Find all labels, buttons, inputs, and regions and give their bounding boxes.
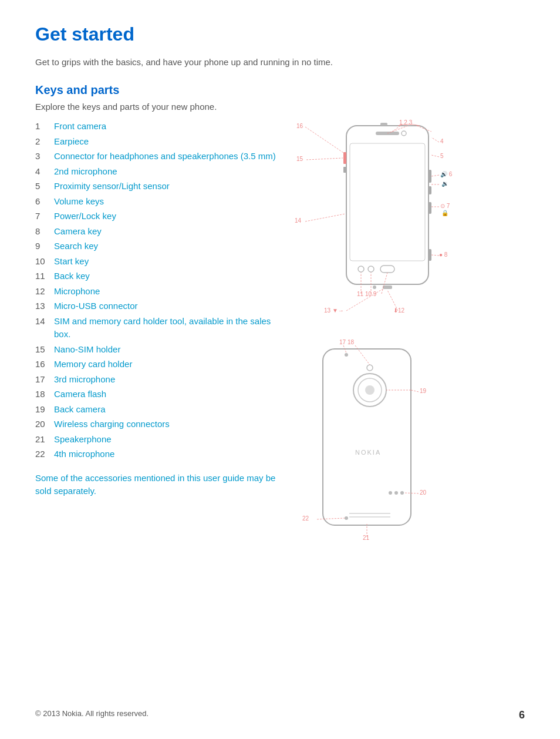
- diagrams-container: 16 1 2 3 4 5: [282, 120, 525, 572]
- svg-text:🔒: 🔒: [441, 209, 449, 217]
- part-number: 12: [35, 285, 54, 298]
- svg-text:11 10  9: 11 10 9: [357, 291, 377, 297]
- part-number: 14: [35, 315, 54, 341]
- part-number: 8: [35, 225, 54, 239]
- svg-rect-12: [429, 249, 431, 261]
- part-number: 1: [35, 120, 54, 133]
- part-label: Connector for headphones and speakerphon…: [54, 150, 276, 163]
- part-number: 11: [35, 270, 54, 283]
- part-label: SIM and memory card holder tool, availab…: [54, 315, 282, 341]
- svg-rect-13: [383, 285, 392, 289]
- svg-text:20: 20: [420, 489, 427, 496]
- svg-rect-1: [350, 143, 425, 261]
- list-item: 10Start key: [35, 255, 282, 268]
- list-item: 18Camera flash: [35, 388, 282, 401]
- footer: © 2013 Nokia. All rights reserved. 6: [35, 709, 525, 721]
- svg-point-50: [365, 385, 375, 395]
- list-item: 14SIM and memory card holder tool, avail…: [35, 315, 282, 341]
- accessories-note: Some of the accessories mentioned in thi…: [35, 472, 282, 498]
- part-number: 3: [35, 150, 54, 163]
- svg-text:4: 4: [440, 138, 444, 145]
- part-label: 3rd microphone: [54, 373, 115, 387]
- part-number: 17: [35, 373, 54, 387]
- svg-rect-10: [429, 186, 431, 194]
- svg-line-21: [417, 126, 431, 132]
- svg-line-23: [431, 137, 439, 142]
- phone-front-diagram: 16 1 2 3 4 5: [294, 120, 475, 320]
- list-item: 21Speakerphone: [35, 433, 282, 446]
- svg-line-40: [382, 273, 387, 294]
- list-item: 3Connector for headphones and speakerpho…: [35, 150, 282, 163]
- list-item: 20Wireless charging connectors: [35, 418, 282, 431]
- list-item: 15Nano-SIM holder: [35, 343, 282, 357]
- part-number: 4: [35, 165, 54, 179]
- list-item: 42nd microphone: [35, 165, 282, 179]
- svg-rect-4: [380, 266, 394, 273]
- svg-line-42: [431, 255, 439, 256]
- svg-text:21: 21: [363, 535, 370, 541]
- list-item: 1Front camera: [35, 120, 282, 133]
- part-label: Proximity sensor/Light sensor: [54, 180, 170, 193]
- svg-line-69: [317, 518, 345, 519]
- part-number: 15: [35, 343, 54, 357]
- svg-rect-47: [323, 349, 411, 525]
- phone-back-diagram: NOKIA 17 18: [294, 337, 458, 572]
- subtitle-text: Get to grips with the basics, and have y…: [35, 57, 525, 67]
- part-number: 9: [35, 240, 54, 253]
- svg-text:⬇12: ⬇12: [393, 307, 405, 314]
- svg-line-64: [411, 390, 419, 392]
- svg-line-67: [404, 493, 419, 493]
- svg-text:NOKIA: NOKIA: [355, 449, 381, 456]
- part-number: 16: [35, 358, 54, 371]
- list-item: 2Earpiece: [35, 135, 282, 149]
- list-item: 173rd microphone: [35, 373, 282, 387]
- svg-text:17   18: 17 18: [339, 339, 354, 345]
- part-label: 4th microphone: [54, 448, 114, 461]
- part-number: 19: [35, 403, 54, 416]
- list-item: 12Microphone: [35, 285, 282, 298]
- svg-rect-11: [429, 202, 431, 214]
- page-number: 6: [519, 709, 525, 721]
- svg-point-55: [389, 491, 392, 495]
- list-item: 7Power/Lock key: [35, 210, 282, 223]
- svg-point-57: [400, 491, 404, 495]
- svg-text:● 8: ● 8: [439, 251, 448, 258]
- part-number: 10: [35, 255, 54, 268]
- part-number: 6: [35, 195, 54, 209]
- svg-text:5: 5: [440, 153, 444, 159]
- svg-line-17: [305, 127, 345, 154]
- svg-rect-15: [380, 123, 387, 126]
- explore-text: Explore the keys and parts of your new p…: [35, 102, 525, 112]
- list-item: 13Micro-USB connector: [35, 300, 282, 313]
- copyright-text: © 2013 Nokia. All rights reserved.: [35, 709, 149, 721]
- svg-point-59: [345, 516, 348, 520]
- svg-rect-9: [429, 170, 431, 183]
- list-item: 6Volume keys: [35, 195, 282, 209]
- parts-list-container: 1Front camera2Earpiece3Connector for hea…: [35, 120, 282, 498]
- part-label: Front camera: [54, 120, 106, 133]
- svg-point-6: [368, 266, 374, 272]
- svg-text:16: 16: [296, 123, 303, 129]
- list-item: 19Back camera: [35, 403, 282, 416]
- part-label: Camera key: [54, 225, 102, 239]
- svg-line-25: [431, 155, 439, 157]
- part-label: Back key: [54, 270, 90, 283]
- part-number: 20: [35, 418, 54, 431]
- svg-point-14: [373, 285, 376, 289]
- svg-line-46: [387, 290, 398, 311]
- part-label: Back camera: [54, 403, 106, 416]
- svg-text:22: 22: [302, 515, 309, 522]
- part-label: 2nd microphone: [54, 165, 117, 179]
- svg-point-5: [358, 266, 364, 272]
- part-number: 18: [35, 388, 54, 401]
- list-item: 5Proximity sensor/Light sensor: [35, 180, 282, 193]
- part-number: 5: [35, 180, 54, 193]
- part-label: Earpiece: [54, 135, 89, 149]
- part-label: Memory card holder: [54, 358, 132, 371]
- part-label: Camera flash: [54, 388, 106, 401]
- part-label: Power/Lock key: [54, 210, 116, 223]
- part-label: Nano-SIM holder: [54, 343, 120, 357]
- svg-text:⊙ 7: ⊙ 7: [440, 203, 450, 209]
- svg-line-28: [431, 175, 439, 176]
- part-number: 2: [35, 135, 54, 149]
